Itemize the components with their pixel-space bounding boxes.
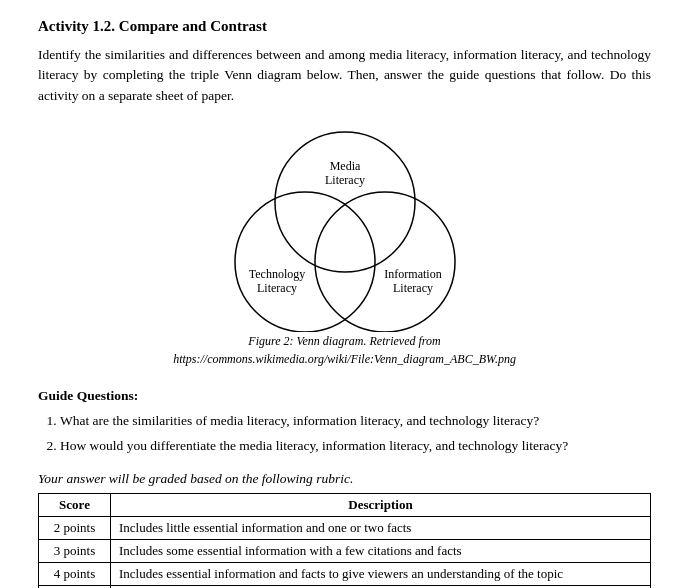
rubric-table: Score Description 2 pointsIncludes littl… [38,493,651,588]
table-header-score: Score [39,493,111,516]
svg-text:Literacy: Literacy [393,281,433,295]
svg-text:Technology: Technology [248,267,304,281]
table-row: 4 pointsIncludes essential information a… [39,562,651,585]
venn-diagram-container: Media Literacy Technology Literacy Infor… [38,122,651,382]
intro-text: Identify the similarities and difference… [38,45,651,106]
table-cell-score: 3 points [39,539,111,562]
svg-text:Information: Information [384,267,441,281]
table-cell-score: 2 points [39,516,111,539]
table-row: 2 pointsIncludes little essential inform… [39,516,651,539]
rubric-intro: Your answer will be graded based on the … [38,471,651,487]
table-cell-description: Includes little essential information an… [111,516,651,539]
svg-text:Literacy: Literacy [325,173,365,187]
table-cell-score: 4 points [39,562,111,585]
table-row: 3 pointsIncludes some essential informat… [39,539,651,562]
guide-question-2: How would you differentiate the media li… [60,435,651,457]
venn-diagram-svg: Media Literacy Technology Literacy Infor… [185,122,505,332]
svg-point-2 [315,192,455,332]
guide-questions-list: What are the similarities of media liter… [60,410,651,457]
svg-point-1 [235,192,375,332]
table-cell-description: Includes some essential information with… [111,539,651,562]
guide-title: Guide Questions: [38,388,651,404]
table-header-description: Description [111,493,651,516]
figure-caption: Figure 2: Venn diagram. Retrieved from h… [173,332,516,368]
guide-question-1: What are the similarities of media liter… [60,410,651,432]
page-title: Activity 1.2. Compare and Contrast [38,18,651,35]
svg-text:Media: Media [329,159,360,173]
svg-point-0 [275,132,415,272]
svg-text:Literacy: Literacy [257,281,297,295]
table-cell-description: Includes essential information and facts… [111,562,651,585]
